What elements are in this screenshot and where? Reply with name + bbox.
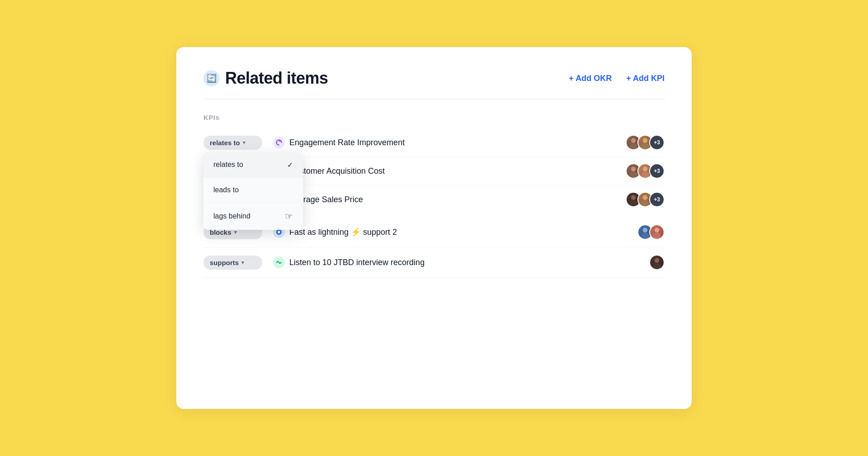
svg-point-8 (631, 195, 636, 200)
svg-point-14 (643, 228, 648, 233)
svg-point-7 (641, 171, 649, 178)
header-actions: + Add OKR + Add KPI (569, 74, 665, 83)
title-group: 🔄 Related items (203, 69, 558, 88)
chevron-down-icon-5: ▾ (241, 260, 244, 266)
svg-point-0 (631, 138, 636, 143)
svg-point-15 (641, 233, 649, 239)
add-kpi-button[interactable]: + Add KPI (626, 74, 665, 83)
kpi-icon-1 (273, 137, 285, 148)
option-label: lags behind (213, 212, 250, 220)
svg-point-19 (653, 263, 661, 269)
option-label: leads to (213, 186, 239, 194)
related-items-icon: 🔄 (203, 70, 220, 86)
svg-point-9 (629, 200, 637, 206)
avatar-count-2: +3 (649, 163, 665, 179)
add-okr-button[interactable]: + Add OKR (569, 74, 612, 83)
kpi-item-1-text: Engagement Rate Improvement (289, 138, 405, 147)
kpi-item-3-name: Average Sales Price (273, 194, 615, 205)
kpis-section: KPIs relates to ▾ relates to ✓ leads to (203, 114, 665, 214)
option-label: relates to (213, 161, 243, 169)
okr-row-2: supports ▾ Listen to 10 JTBD interview r… (203, 247, 665, 278)
avatar-count-1: +3 (649, 135, 665, 150)
relates-to-badge[interactable]: relates to ▾ (203, 136, 262, 150)
kpi-row-1: relates to ▾ relates to ✓ leads to lags … (203, 128, 665, 157)
dropdown-container: relates to ▾ relates to ✓ leads to lags … (203, 136, 262, 150)
avatar-group-2: +3 (626, 163, 665, 179)
svg-point-16 (655, 228, 660, 233)
svg-point-13 (278, 231, 280, 233)
avatar-count-3: +3 (649, 192, 665, 207)
chevron-down-icon: ▾ (243, 140, 245, 146)
svg-point-2 (643, 138, 648, 143)
section-divider (203, 99, 665, 99)
okr-item-2-text: Listen to 10 JTBD interview recording (289, 258, 425, 267)
avatar-8 (649, 224, 665, 240)
avatar-group-3: +3 (626, 192, 665, 207)
okr-item-1-text: Fast as lightning ⚡ support 2 (289, 227, 397, 237)
svg-point-11 (641, 200, 649, 206)
chevron-down-icon-4: ▾ (234, 229, 237, 235)
dropdown-option-relates-to[interactable]: relates to ✓ (203, 152, 303, 178)
badge-label: relates to (210, 139, 240, 147)
avatar-group-1: +3 (626, 135, 665, 150)
kpis-section-label: KPIs (203, 114, 665, 121)
dropdown-option-leads-to[interactable]: leads to (203, 178, 303, 203)
kpi-item-2-name: Customer Acquisition Cost (273, 165, 615, 177)
svg-point-6 (643, 166, 648, 171)
check-icon: ✓ (287, 161, 293, 169)
svg-point-1 (629, 143, 637, 149)
okr-icon-2 (273, 256, 285, 268)
svg-point-10 (643, 195, 648, 200)
header: 🔄 Related items + Add OKR + Add KPI (203, 69, 665, 88)
relation-dropdown: relates to ✓ leads to lags behind ☞ (203, 152, 303, 230)
dropdown-option-lags-behind[interactable]: lags behind ☞ (203, 203, 303, 230)
svg-point-17 (653, 233, 661, 239)
supports-badge[interactable]: supports ▾ (203, 256, 262, 270)
svg-point-4 (631, 166, 636, 171)
cursor-icon: ☞ (285, 211, 293, 222)
kpi-item-2-text: Customer Acquisition Cost (289, 166, 385, 176)
svg-point-3 (641, 143, 649, 149)
svg-point-18 (655, 258, 660, 263)
avatar-group-5 (649, 255, 665, 270)
kpi-item-1-name: Engagement Rate Improvement (273, 137, 615, 148)
main-card: 🔄 Related items + Add OKR + Add KPI KPIs… (176, 47, 692, 409)
okr-item-2-name: Listen to 10 JTBD interview recording (273, 256, 638, 268)
supports-label: supports (210, 259, 239, 266)
avatar-group-4 (637, 224, 665, 240)
okr-item-1-name: Fast as lightning ⚡ support 2 (273, 226, 627, 238)
svg-point-5 (629, 171, 637, 178)
page-title: Related items (225, 69, 328, 88)
avatar-9 (649, 255, 665, 270)
